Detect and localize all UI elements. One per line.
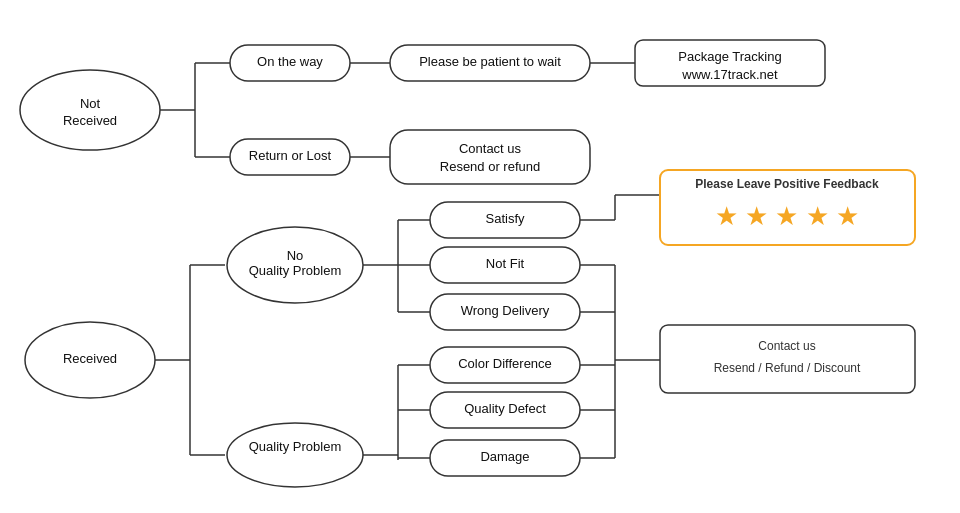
contact-resend-line2: Resend or refund: [440, 159, 540, 174]
not-fit-label: Not Fit: [486, 256, 525, 271]
svg-point-33: [227, 423, 363, 487]
contact-resend-line1: Contact us: [459, 141, 522, 156]
received-label: Received: [63, 351, 117, 366]
flowchart-diagram: Not Received On the way Please be patien…: [0, 0, 960, 513]
svg-text:Not: Not: [80, 96, 101, 111]
patient-label: Please be patient to wait: [419, 54, 561, 69]
on-the-way-label: On the way: [257, 54, 323, 69]
damage-label: Damage: [480, 449, 529, 464]
stars: ★ ★ ★ ★ ★: [715, 201, 859, 231]
no-quality-label2: Quality Problem: [249, 263, 341, 278]
positive-feedback-title: Please Leave Positive Feedback: [695, 177, 879, 191]
quality-problem-label1: Quality Problem: [249, 439, 341, 454]
contact-refund-line1: Contact us: [758, 339, 815, 353]
color-difference-label: Color Difference: [458, 356, 552, 371]
return-or-lost-label: Return or Lost: [249, 148, 332, 163]
satisfy-label: Satisfy: [485, 211, 525, 226]
contact-refund-line2: Resend / Refund / Discount: [714, 361, 861, 375]
no-quality-label1: No: [287, 248, 304, 263]
svg-text:Received: Received: [63, 113, 117, 128]
wrong-delivery-label: Wrong Delivery: [461, 303, 550, 318]
svg-rect-49: [660, 325, 915, 393]
package-tracking-line2: www.17track.net: [681, 67, 778, 82]
quality-defect-label: Quality Defect: [464, 401, 546, 416]
package-tracking-line1: Package Tracking: [678, 49, 781, 64]
svg-rect-14: [390, 130, 590, 184]
